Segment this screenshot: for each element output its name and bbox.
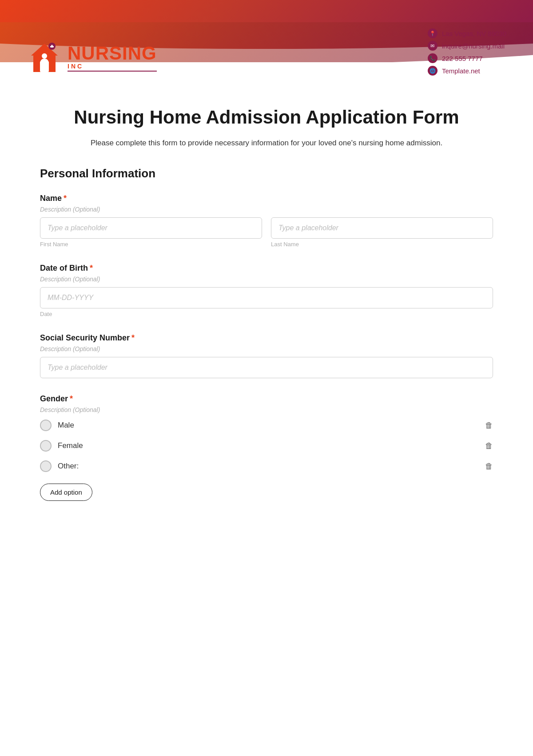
form-subtitle: Please complete this form to provide nec… [40, 137, 493, 149]
dob-description: Description (Optional) [40, 276, 493, 283]
ssn-label: Social Security Number * [40, 333, 493, 343]
svg-rect-6 [50, 46, 54, 48]
ssn-description: Description (Optional) [40, 345, 493, 352]
contact-address-row: 📍 Las Vegas, NV 89030 [428, 28, 506, 38]
gender-description: Description (Optional) [40, 406, 493, 413]
last-name-sublabel: Last Name [271, 241, 493, 248]
last-name-input[interactable] [271, 217, 493, 239]
ssn-required-star: * [131, 333, 135, 343]
contact-phone-row: 📞 222 555 7777 [428, 53, 506, 63]
dob-required-star: * [90, 264, 93, 273]
dob-field-group: Date of Birth * Description (Optional) D… [40, 264, 493, 317]
header: NURSING INC 📍 Las Vegas, NV 89030 ✉ inqu… [0, 0, 533, 89]
delete-male-icon[interactable]: 🗑 [485, 421, 493, 430]
contact-info: 📍 Las Vegas, NV 89030 ✉ inquire@nursing.… [428, 28, 506, 80]
radio-male[interactable] [40, 420, 52, 431]
gender-other-label: Other: [58, 462, 79, 471]
logo: NURSING INC [27, 40, 157, 80]
logo-text: NURSING INC [68, 44, 157, 72]
svg-point-2 [42, 53, 47, 59]
radio-female[interactable] [40, 440, 52, 452]
logo-nursing-text: NURSING [68, 44, 157, 63]
add-option-button[interactable]: Add option [40, 484, 92, 501]
gender-option-other: Other: 🗑 [40, 459, 493, 474]
contact-phone: 222 555 7777 [442, 55, 483, 62]
ssn-field-group: Social Security Number * Description (Op… [40, 333, 493, 378]
last-name-col: Last Name [271, 217, 493, 248]
delete-female-icon[interactable]: 🗑 [485, 441, 493, 451]
dob-label: Date of Birth * [40, 264, 493, 273]
contact-email: inquire@nursing.mail [442, 42, 505, 50]
gender-required-star: * [70, 394, 73, 404]
form-title: Nursing Home Admission Application Form [40, 107, 493, 128]
contact-website-row: 🌐 Template.net [428, 66, 506, 76]
location-icon: 📍 [428, 28, 438, 38]
first-name-col: First Name [40, 217, 262, 248]
personal-information-section-title: Personal Information [40, 167, 493, 180]
gender-male-label: Male [58, 421, 74, 430]
name-inputs-row: First Name Last Name [40, 217, 493, 248]
logo-inc-text: INC [68, 63, 157, 72]
contact-email-row: ✉ inquire@nursing.mail [428, 41, 506, 51]
name-description: Description (Optional) [40, 206, 493, 213]
ssn-input[interactable] [40, 357, 493, 378]
email-icon: ✉ [428, 41, 438, 51]
gender-option-female: Female 🗑 [40, 438, 493, 453]
gender-label: Gender * [40, 394, 493, 404]
gender-option-male: Male 🗑 [40, 418, 493, 433]
name-field-group: Name * Description (Optional) First Name… [40, 194, 493, 248]
logo-icon [27, 40, 62, 76]
main-content: Nursing Home Admission Application Form … [0, 89, 533, 544]
phone-icon: 📞 [428, 53, 438, 63]
delete-other-icon[interactable]: 🗑 [485, 462, 493, 471]
first-name-sublabel: First Name [40, 241, 262, 248]
gender-female-label: Female [58, 441, 83, 450]
name-label: Name * [40, 194, 493, 203]
contact-website: Template.net [442, 67, 480, 75]
dob-sublabel: Date [40, 311, 493, 317]
name-required-star: * [64, 194, 67, 203]
add-option-label: Add option [50, 488, 82, 496]
first-name-input[interactable] [40, 217, 262, 239]
radio-other[interactable] [40, 460, 52, 472]
dob-input[interactable] [40, 287, 493, 308]
contact-address: Las Vegas, NV 89030 [442, 30, 506, 37]
header-content: NURSING INC 📍 Las Vegas, NV 89030 ✉ inqu… [0, 0, 533, 89]
gender-field-group: Gender * Description (Optional) Male 🗑 F… [40, 394, 493, 501]
web-icon: 🌐 [428, 66, 438, 76]
